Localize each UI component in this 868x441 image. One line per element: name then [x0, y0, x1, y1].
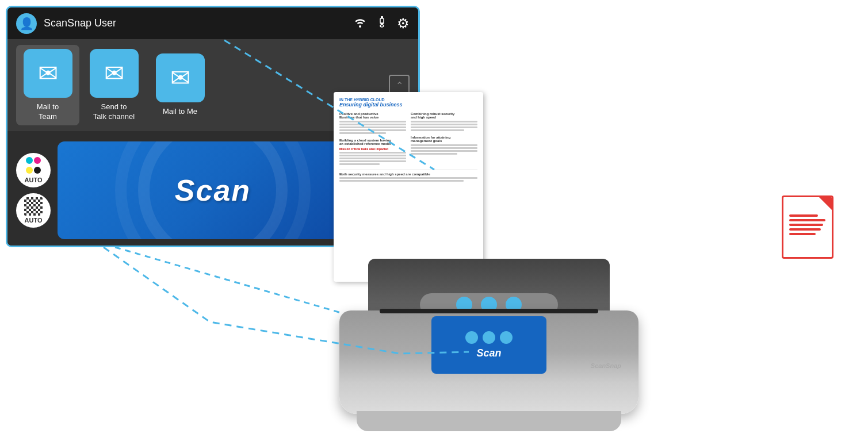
color-auto-button[interactable]: AUTO [16, 153, 51, 187]
scanner-body: Scan ScanSnap [339, 247, 638, 431]
black-dot [34, 167, 41, 174]
wifi-icon[interactable] [353, 16, 367, 31]
magenta-dot [34, 157, 41, 164]
settings-icon[interactable]: ⚙ [397, 16, 410, 32]
paper-header: IN THE HYBRID CLOUD [339, 98, 477, 102]
app-title: ScanSnap User [44, 17, 346, 29]
shortcut-mail-to-me[interactable]: ✉ Mail to Me [148, 45, 212, 125]
scan-button[interactable]: Scan [58, 141, 368, 239]
user-avatar: 👤 [16, 13, 37, 34]
scanner-illustration: IN THE HYBRID CLOUD Ensuring digital bus… [339, 92, 638, 431]
mail-to-me-label: Mail to Me [163, 107, 197, 117]
mail-to-me-icon: ✉ [156, 53, 205, 102]
svg-point-4 [380, 25, 384, 27]
title-bar: 👤 ScanSnap User ⚙ [7, 7, 418, 39]
chevron-up-icon: ⌃ [396, 80, 403, 91]
mono-auto-button[interactable]: AUTO [16, 193, 51, 228]
output-document-icon [782, 195, 833, 259]
left-side-icons: AUTO AUTO [16, 153, 51, 228]
mail-to-team-icon: ✉ [24, 49, 72, 98]
title-icons: ⚙ [353, 15, 410, 32]
cyan-dot [26, 157, 33, 164]
mail-to-team-label: Mail to Team [37, 102, 59, 122]
shortcut-mail-to-team[interactable]: ✉ Mail to Team [16, 45, 79, 125]
color-auto-label: AUTO [25, 177, 43, 183]
svg-rect-3 [380, 18, 384, 23]
checker-icon [24, 197, 43, 216]
send-to-talk-icon: ✉ [90, 49, 139, 98]
usb-icon [377, 15, 387, 32]
scan-label: Scan [175, 173, 251, 208]
paper-subheader: Ensuring digital business [339, 102, 477, 108]
mono-auto-label: AUTO [25, 217, 43, 224]
shortcut-send-to-talk[interactable]: ✉ Send to Talk channel [82, 45, 146, 125]
send-to-talk-label: Send to Talk channel [93, 102, 135, 122]
yellow-dot [26, 167, 33, 174]
